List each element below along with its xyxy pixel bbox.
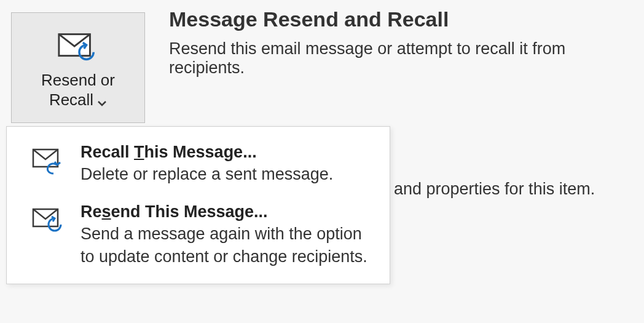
- envelope-resend-icon: [57, 31, 100, 65]
- menu-item-title: Recall This Message...: [80, 143, 371, 162]
- chevron-down-icon: [97, 91, 107, 111]
- section-title: Message Resend and Recall: [169, 7, 449, 31]
- menu-item-description: Delete or replace a sent message.: [80, 163, 371, 185]
- envelope-recall-icon: [31, 146, 66, 176]
- menu-item-title: Resend This Message...: [80, 202, 371, 221]
- background-text-fragment: and properties for this item.: [394, 180, 595, 199]
- recall-this-message-item[interactable]: Recall This Message... Delete or replace…: [7, 134, 390, 194]
- envelope-resend-icon: [31, 206, 66, 236]
- ribbon-button-label: Resend or Recall: [41, 70, 115, 111]
- resend-or-recall-button[interactable]: Resend or Recall: [11, 12, 145, 123]
- resend-recall-dropdown: Recall This Message... Delete or replace…: [6, 126, 390, 284]
- menu-item-description: Send a message again with the option to …: [80, 223, 371, 268]
- resend-this-message-item[interactable]: Resend This Message... Send a message ag…: [7, 194, 390, 276]
- section-subtitle: Resend this email message or attempt to …: [169, 39, 644, 78]
